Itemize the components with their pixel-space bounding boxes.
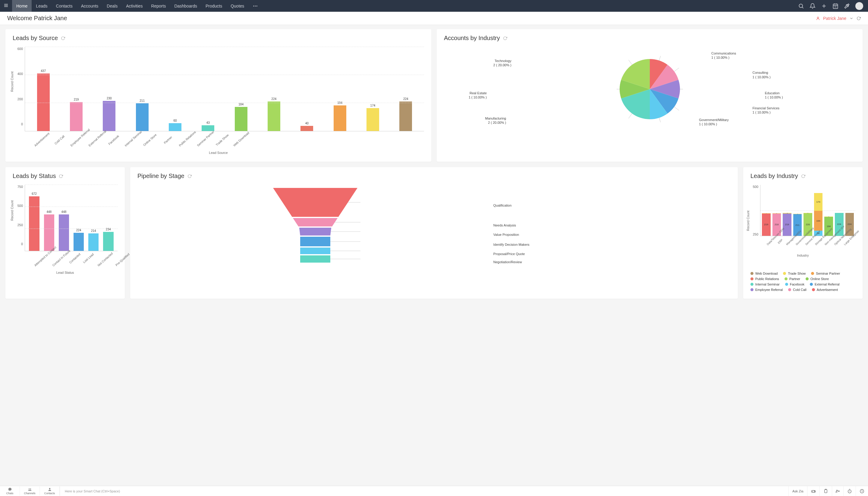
legend-item[interactable]: Seminar Partner bbox=[811, 272, 840, 275]
svg-line-7 bbox=[802, 7, 803, 8]
nav-tab-dashboards[interactable]: Dashboards bbox=[170, 0, 201, 12]
nav-tab-contacts[interactable]: Contacts bbox=[52, 0, 77, 12]
legend-item[interactable]: Online Store bbox=[806, 277, 829, 281]
plus-icon[interactable] bbox=[821, 3, 827, 9]
search-icon[interactable] bbox=[798, 3, 804, 9]
bar[interactable]: 211 bbox=[133, 99, 151, 131]
funnel-segment[interactable] bbox=[300, 255, 330, 263]
x-tick-label: Public Relations bbox=[177, 131, 194, 147]
card-title: Leads by Source bbox=[13, 35, 58, 42]
x-tick-label: Online Store bbox=[141, 131, 158, 147]
legend-item[interactable]: Trade Show bbox=[783, 272, 806, 275]
bar[interactable]: 214 bbox=[86, 229, 101, 251]
x-tick-label: Pre-Qualified bbox=[114, 251, 130, 267]
stacked-bar[interactable]: 2195 bbox=[783, 213, 791, 236]
funnel-segment[interactable] bbox=[300, 248, 330, 254]
x-tick-label: Facebook bbox=[105, 131, 121, 147]
nav-tab-home[interactable]: Home bbox=[12, 0, 32, 12]
bar[interactable]: 184 bbox=[232, 103, 250, 131]
refresh-icon[interactable] bbox=[188, 174, 192, 178]
welcome-bar: Welcome Patrick Jane Patrick Jane bbox=[0, 12, 868, 25]
bar[interactable]: 40 bbox=[298, 122, 316, 131]
bar[interactable]: 448 bbox=[42, 210, 56, 251]
pie-label: Real Estate1 ( 10.00% ) bbox=[469, 91, 487, 100]
nav-tab-leads[interactable]: Leads bbox=[32, 0, 51, 12]
legend-item[interactable]: Advertisement bbox=[812, 288, 838, 292]
bar[interactable]: 230 bbox=[100, 97, 118, 131]
legend-item[interactable]: External Referral bbox=[810, 282, 840, 286]
svg-line-21 bbox=[628, 113, 632, 118]
pie-label: Financial Services1 ( 10.00% ) bbox=[752, 106, 779, 115]
funnel-label: Value Proposition bbox=[493, 233, 519, 236]
refresh-icon[interactable] bbox=[801, 174, 805, 178]
legend-item[interactable]: Cold Call bbox=[788, 288, 807, 292]
svg-line-17 bbox=[674, 68, 679, 72]
bar[interactable]: 43 bbox=[199, 121, 217, 131]
bar[interactable]: 60 bbox=[166, 119, 184, 131]
nav-more-icon[interactable] bbox=[248, 3, 262, 9]
bar[interactable]: 194 bbox=[331, 101, 349, 131]
user-dropdown-caret[interactable] bbox=[849, 16, 854, 20]
funnel-label: Qualification bbox=[493, 204, 512, 207]
x-tick-label: Not Contacted bbox=[95, 251, 113, 267]
x-tick-label: Advertisement bbox=[32, 131, 49, 147]
hamburger-icon[interactable] bbox=[0, 3, 12, 9]
stacked-bar[interactable]: 50194174 bbox=[814, 193, 823, 236]
card-title: Leads by Status bbox=[13, 173, 56, 180]
card-leads-by-source: Leads by Source Record Count 6004002000 … bbox=[5, 29, 431, 162]
funnel-segment[interactable] bbox=[299, 228, 331, 235]
x-axis-label: Lead Status bbox=[13, 271, 118, 274]
nav-tab-products[interactable]: Products bbox=[201, 0, 226, 12]
nav-tab-accounts[interactable]: Accounts bbox=[77, 0, 103, 12]
bell-icon[interactable] bbox=[809, 3, 815, 9]
legend-item[interactable]: Web Download bbox=[750, 272, 778, 275]
bar[interactable]: 224 bbox=[396, 97, 415, 131]
calendar-icon[interactable]: 31 bbox=[833, 3, 838, 9]
refresh-icon[interactable] bbox=[59, 174, 63, 178]
legend-item[interactable]: Partner bbox=[784, 277, 800, 281]
nav-tab-activities[interactable]: Activities bbox=[122, 0, 147, 12]
tools-icon[interactable] bbox=[844, 3, 850, 9]
x-tick-label: Employee Referral bbox=[69, 131, 85, 147]
svg-line-20 bbox=[659, 118, 661, 122]
refresh-page-icon[interactable] bbox=[856, 16, 861, 20]
svg-line-23 bbox=[628, 60, 632, 65]
pie-label: Government/Military1 ( 10.00% ) bbox=[699, 118, 729, 126]
funnel-segment[interactable] bbox=[293, 218, 338, 227]
x-tick-label: Contact in Future bbox=[50, 251, 67, 267]
bar[interactable]: 437 bbox=[34, 69, 53, 131]
bar[interactable]: 224 bbox=[265, 97, 283, 131]
page-title: Welcome Patrick Jane bbox=[7, 15, 67, 22]
card-title: Leads by Industry bbox=[750, 173, 798, 180]
legend-item[interactable]: Public Relations bbox=[750, 277, 779, 281]
refresh-icon[interactable] bbox=[503, 36, 507, 40]
bar[interactable]: 224 bbox=[72, 229, 86, 251]
svg-point-5 bbox=[256, 5, 257, 6]
stacked-bar[interactable]: 2191 bbox=[762, 213, 770, 236]
legend-item[interactable]: Employee Referral bbox=[750, 288, 783, 292]
x-tick-label: Attempted to Contact bbox=[32, 251, 49, 267]
avatar[interactable] bbox=[855, 2, 863, 10]
svg-point-6 bbox=[799, 4, 803, 7]
legend-item[interactable]: Facebook bbox=[785, 282, 804, 286]
refresh-icon[interactable] bbox=[61, 36, 65, 40]
svg-point-15 bbox=[817, 17, 819, 18]
funnel-segment[interactable] bbox=[300, 237, 330, 246]
nav-tab-quotes[interactable]: Quotes bbox=[226, 0, 248, 12]
card-leads-by-industry: Leads by Industry Record Count 500250 21… bbox=[743, 167, 863, 299]
bar[interactable]: 672 bbox=[27, 192, 42, 251]
funnel-label: Needs Analysis bbox=[493, 223, 516, 227]
funnel-segment[interactable] bbox=[273, 188, 357, 217]
funnel-label: Identify Decision Makers bbox=[493, 243, 529, 246]
nav-tab-deals[interactable]: Deals bbox=[103, 0, 122, 12]
bar[interactable]: 174 bbox=[364, 104, 382, 131]
x-tick-label: External Referral bbox=[87, 131, 103, 147]
pie-label: Consulting1 ( 10.00% ) bbox=[752, 71, 770, 79]
bar[interactable]: 448 bbox=[56, 210, 71, 251]
funnel-label: Proposal/Price Quote bbox=[493, 252, 525, 256]
user-icon bbox=[816, 16, 820, 20]
nav-tab-reports[interactable]: Reports bbox=[147, 0, 170, 12]
bar[interactable]: 234 bbox=[101, 228, 116, 251]
legend-item[interactable]: Internal Seminar bbox=[750, 282, 780, 286]
svg-text:31: 31 bbox=[834, 6, 837, 8]
